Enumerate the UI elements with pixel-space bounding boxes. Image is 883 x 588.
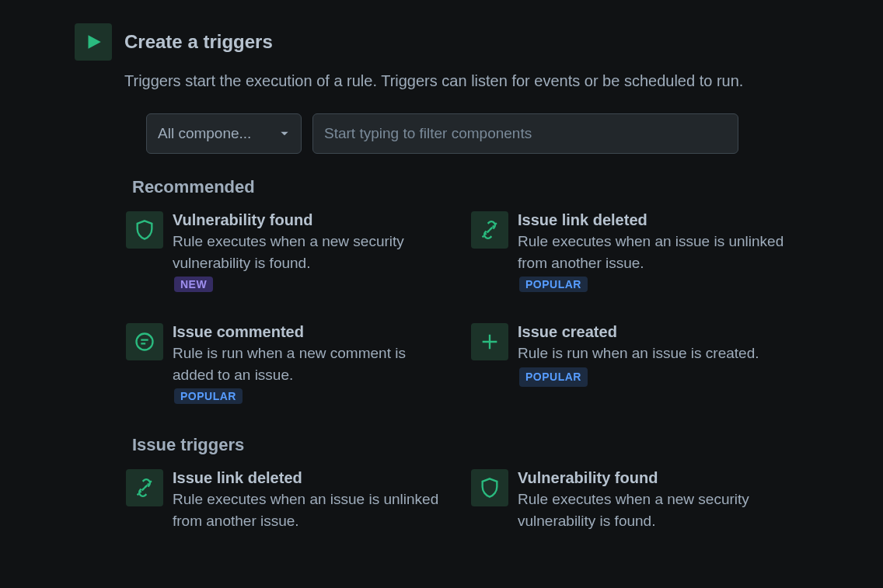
- new-badge: NEW: [174, 277, 213, 292]
- trigger-card-issue-created[interactable]: Issue created Rule is run when an issue …: [471, 323, 785, 404]
- unlink-icon: [126, 469, 163, 506]
- component-dropdown[interactable]: All compone...: [146, 113, 302, 154]
- trigger-card-issue-link-deleted[interactable]: Issue link deleted Rule executes when an…: [471, 211, 785, 292]
- card-title: Vulnerability found: [518, 469, 785, 487]
- card-description: Rule is run when a new comment is added …: [173, 343, 440, 385]
- search-input[interactable]: [312, 113, 738, 154]
- card-title: Issue commented: [173, 323, 440, 341]
- section-title-issue-triggers: Issue triggers: [132, 435, 808, 455]
- play-icon: [75, 23, 112, 61]
- popular-badge: POPULAR: [519, 367, 588, 386]
- card-description: Rule executes when a new security vulner…: [518, 489, 785, 531]
- recommended-grid: Vulnerability found Rule executes when a…: [126, 211, 785, 404]
- page-subtitle: Triggers start the execution of a rule. …: [124, 70, 808, 92]
- svg-point-0: [137, 334, 153, 350]
- shield-icon: [126, 211, 163, 249]
- page-header: Create a triggers: [75, 23, 808, 61]
- plus-icon: [471, 323, 508, 360]
- unlink-icon: [471, 211, 508, 249]
- card-description: Rule executes when an issue is unlinked …: [173, 489, 440, 531]
- issue-triggers-grid: Issue link deleted Rule executes when an…: [126, 469, 785, 531]
- shield-icon: [471, 469, 508, 506]
- popular-badge: POPULAR: [519, 277, 588, 292]
- card-title: Vulnerability found: [173, 211, 440, 229]
- card-description: Rule executes when an issue is unlinked …: [518, 231, 785, 273]
- chevron-down-icon: [279, 128, 290, 139]
- card-description: Rule executes when a new security vulner…: [173, 231, 440, 273]
- trigger-card-vulnerability-found[interactable]: Vulnerability found Rule executes when a…: [126, 211, 440, 292]
- card-title: Issue created: [518, 323, 785, 341]
- dropdown-label: All compone...: [158, 125, 251, 142]
- trigger-card-issue-commented[interactable]: Issue commented Rule is run when a new c…: [126, 323, 440, 404]
- trigger-card-issue-link-deleted[interactable]: Issue link deleted Rule executes when an…: [126, 469, 440, 531]
- section-title-recommended: Recommended: [132, 177, 808, 197]
- card-title: Issue link deleted: [173, 469, 440, 487]
- trigger-card-vulnerability-found[interactable]: Vulnerability found Rule executes when a…: [471, 469, 785, 531]
- card-description: Rule is run when an issue is created. PO…: [518, 343, 785, 387]
- card-title: Issue link deleted: [518, 211, 785, 229]
- popular-badge: POPULAR: [174, 388, 243, 404]
- comment-icon: [126, 323, 163, 360]
- page-title: Create a triggers: [124, 31, 273, 53]
- filter-row: All compone...: [146, 113, 738, 154]
